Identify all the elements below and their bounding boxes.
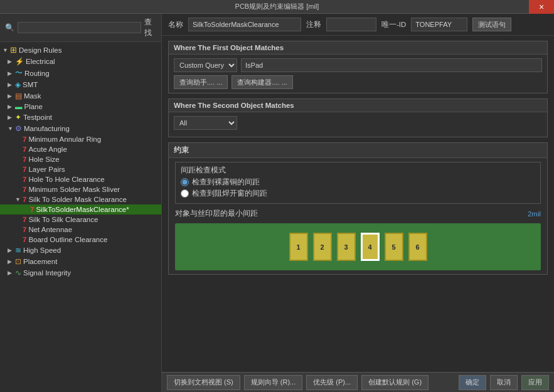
tree-label: Silk To Silk Clearance [28, 216, 98, 223]
second-object-section: Where The Second Object Matches All Net … [168, 98, 548, 137]
radio-solder-opening[interactable] [181, 189, 189, 198]
tree-item-min-annular[interactable]: 7 Minimum Annular Ring [0, 134, 161, 144]
confirm-btn[interactable]: 确定 [459, 375, 486, 390]
query-helper-btn[interactable]: 查询助手.... ... [174, 75, 228, 89]
cancel-btn[interactable]: 取消 [490, 375, 518, 390]
first-object-dropdown-row: Custom Query All Net Layer [174, 58, 542, 72]
pcb-pad-6: 6 [408, 233, 427, 261]
constraint-section: 约束 间距检查模式 检查到裸露铜的间距 检查到阻焊开窗的间距 [168, 142, 548, 275]
tree-item-net-antennae[interactable]: 7 Net Antennae [0, 225, 161, 235]
tree-label: Design Rules [19, 46, 61, 54]
tree-item-routing[interactable]: ▶ 〜 Routing [0, 67, 161, 79]
tree-item-mask[interactable]: ▶ ▤ Mask [0, 90, 161, 102]
tree-item-layer-pairs[interactable]: 7 Layer Pairs [0, 164, 161, 174]
rule-icon: 7 [23, 196, 26, 203]
test-btn[interactable]: 测试语句 [472, 18, 511, 31]
first-object-header: Where The First Object Matches [169, 41, 547, 55]
rule-icon: 7 [23, 146, 26, 153]
comment-label: 注释 [306, 20, 321, 29]
first-object-btn-row: 查询助手.... ... 查询构建器.... ... [174, 75, 542, 89]
tree-item-hole-size[interactable]: 7 Hole Size [0, 154, 161, 164]
expand-arrow: ▼ [15, 196, 23, 203]
expand-arrow: ▶ [8, 82, 15, 88]
tree-label: Electrical [26, 58, 55, 65]
rule-icon: 7 [23, 216, 26, 223]
apply-btn[interactable]: 应用 [521, 375, 549, 390]
tree-item-silk-to-solder[interactable]: ▼ 7 Silk To Solder Mask Clearance [0, 194, 161, 204]
tree-label: SMT [23, 81, 38, 88]
rule-icon: 7 [23, 166, 26, 173]
second-object-body: All Net Layer Custom Query [169, 112, 547, 137]
unique-id-input[interactable] [411, 18, 467, 31]
first-object-body: Custom Query All Net Layer 查询助手.... ... … [169, 55, 547, 93]
signal-icon: ∿ [15, 268, 21, 277]
expand-arrow: ▶ [8, 258, 15, 265]
tree-label: Silk To Solder Mask Clearance [28, 196, 126, 203]
query-builder-btn[interactable]: 查询构建器.... ... [232, 75, 292, 89]
tree-item-hole-to-hole[interactable]: 7 Hole To Hole Clearance [0, 174, 161, 184]
tree-item-acute-angle[interactable]: 7 Acute Angle [0, 144, 161, 154]
tree-label: Placement [23, 258, 57, 265]
pcb-pad-5: 5 [385, 233, 403, 261]
tree-item-high-speed[interactable]: ▶ ≋ High Speed [0, 245, 161, 256]
unique-id-label: 唯一-ID [381, 20, 406, 29]
min-distance-row: 对象与丝印层的最小间距 2mil [175, 209, 541, 218]
tree-item-manufacturing[interactable]: ▼ ⚙ Manufacturing [0, 123, 161, 134]
name-input[interactable] [188, 18, 301, 31]
tree-item-silk-to-silk[interactable]: 7 Silk To Silk Clearance [0, 215, 161, 225]
rule-icon: 7 [23, 236, 26, 243]
search-input[interactable] [18, 22, 141, 33]
tree-label: High Speed [23, 246, 61, 254]
tree-label: Layer Pairs [28, 166, 65, 173]
search-label: 查找 [144, 17, 156, 38]
expand-arrow: ▶ [8, 70, 15, 77]
mask-icon: ▤ [15, 92, 22, 100]
tree-item-electrical[interactable]: ▶ ⚡ Electrical [0, 56, 161, 67]
tree-label: Acute Angle [28, 146, 67, 153]
expand-arrow: ▼ [8, 125, 15, 132]
tree-label: Routing [24, 70, 50, 77]
radio-label-1: 检查到裸露铜的间距 [192, 177, 260, 187]
switch-doc-btn[interactable]: 切换到文档视图 (S) [167, 375, 240, 390]
comment-input[interactable] [326, 18, 376, 31]
tree-container: ▼ ⊞ Design Rules ▶ ⚡ Electrical ▶ 〜 Rout… [0, 42, 161, 392]
title-bar: PCB规则及约束编辑器 [mil] × [0, 0, 554, 14]
tree-item-plane[interactable]: ▶ ▬ Plane [0, 102, 161, 112]
mode-group: 间距检查模式 检查到裸露铜的间距 检查到阻焊开窗的间距 [175, 162, 541, 204]
radio-item-2: 检查到阻焊开窗的间距 [181, 189, 535, 198]
manufacturing-icon: ⚙ [15, 124, 22, 133]
mode-title: 间距检查模式 [181, 166, 535, 175]
rule-wizard-btn[interactable]: 规则向导 (R)... [244, 375, 303, 390]
rule-icon: 7 [23, 226, 26, 233]
tree-item-smt[interactable]: ▶ ◈ SMT [0, 79, 161, 90]
expand-arrow: ▶ [8, 58, 15, 65]
pcb-pad-1: 1 [289, 233, 308, 261]
tree-item-testpoint[interactable]: ▶ ✦ Testpoint [0, 112, 161, 123]
right-panel: 名称 注释 唯一-ID 测试语句 Where The First Object … [162, 14, 554, 392]
tree-item-placement[interactable]: ▶ ⊡ Placement [0, 256, 161, 267]
tree-item-design-rules[interactable]: ▼ ⊞ Design Rules [0, 44, 161, 56]
first-object-select[interactable]: Custom Query All Net Layer [174, 58, 237, 72]
tree-label: Minimum Solder Mask Sliver [28, 186, 120, 193]
routing-icon: 〜 [15, 68, 23, 78]
tree-item-signal-integrity[interactable]: ▶ ∿ Signal Integrity [0, 267, 161, 278]
priority-btn[interactable]: 优先级 (P)... [306, 375, 358, 390]
second-object-select[interactable]: All Net Layer Custom Query [174, 116, 237, 130]
min-distance-label: 对象与丝印层的最小间距 [175, 209, 258, 218]
first-object-query[interactable] [241, 58, 542, 72]
tree-label: SilkToSolderMaskClearance* [36, 206, 129, 213]
tree-item-board-outline[interactable]: 7 Board Outline Clearance [0, 235, 161, 245]
tree-label: Plane [24, 103, 43, 110]
pcb-visual: 1 2 3 4 5 6 [175, 223, 541, 270]
tree-item-silk-to-solder-main[interactable]: 7 SilkToSolderMaskClearance* [0, 204, 161, 215]
electrical-icon: ⚡ [15, 57, 24, 66]
form-row: 名称 注释 唯一-ID 测试语句 [162, 14, 554, 36]
tree-label: Minimum Annular Ring [28, 135, 101, 143]
create-default-btn[interactable]: 创建默认规则 (G) [361, 375, 429, 390]
tree-item-min-solder[interactable]: 7 Minimum Solder Mask Sliver [0, 184, 161, 194]
tree-label: Manufacturing [24, 125, 70, 132]
close-button[interactable]: × [529, 0, 554, 14]
tree-label: Board Outline Clearance [28, 236, 107, 243]
radio-exposed-copper[interactable] [181, 178, 189, 186]
left-panel: 🔍 查找 ▼ ⊞ Design Rules ▶ ⚡ Electrical ▶ 〜… [0, 14, 162, 392]
